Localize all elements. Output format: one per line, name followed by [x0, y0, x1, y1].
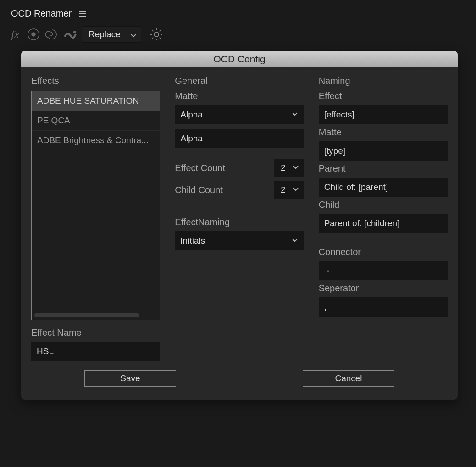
effect-naming-label: EffectNaming: [175, 217, 304, 228]
panel-menu-icon[interactable]: [79, 11, 86, 17]
naming-effect-label: Effect: [319, 91, 448, 101]
list-item[interactable]: ADBE HUE SATURATION: [32, 91, 160, 111]
chevron-down-icon: [292, 185, 299, 195]
naming-matte-input[interactable]: [319, 141, 448, 161]
naming-separator-label: Seperator: [319, 283, 448, 294]
naming-matte-label: Matte: [319, 127, 448, 138]
general-column: General Matte Alpha Effect Count 2 Child…: [175, 76, 304, 361]
spiral-icon[interactable]: [45, 28, 59, 41]
fx-icon[interactable]: fx: [8, 28, 22, 41]
naming-separator-input[interactable]: [319, 297, 448, 317]
matte-select[interactable]: Alpha: [175, 105, 304, 124]
app-header: OCD Renamer: [0, 0, 476, 23]
app-title: OCD Renamer: [11, 8, 72, 19]
settings-icon[interactable]: [149, 28, 163, 41]
effect-name-input[interactable]: [31, 342, 160, 361]
effects-list[interactable]: ADBE HUE SATURATION PE QCA ADBE Brightne…: [31, 91, 160, 320]
matte-select-value: Alpha: [180, 110, 203, 120]
naming-child-label: Child: [319, 200, 448, 210]
horizontal-scrollbar[interactable]: [34, 313, 139, 317]
child-count-select[interactable]: 2: [274, 181, 304, 199]
naming-column: Naming Effect Matte Parent Child Connect…: [319, 76, 448, 361]
dialog-buttons: Save Cancel: [21, 365, 458, 400]
effect-naming-value: Initials: [180, 236, 205, 246]
effect-name-label: Effect Name: [31, 328, 160, 338]
matte-input[interactable]: [175, 129, 304, 148]
mode-dropdown-label: Replace: [89, 29, 121, 39]
naming-effect-input[interactable]: [319, 105, 448, 124]
effect-count-value: 2: [281, 163, 286, 173]
svg-point-1: [32, 33, 35, 36]
naming-label: Naming: [319, 76, 448, 86]
chevron-down-icon: [292, 163, 299, 173]
child-count-value: 2: [281, 185, 286, 195]
toolbar: fx Replace: [0, 23, 476, 51]
svg-point-3: [154, 32, 159, 37]
path-icon[interactable]: [63, 28, 77, 41]
layer-icon[interactable]: [27, 28, 40, 41]
save-button[interactable]: Save: [84, 370, 176, 387]
effects-column: Effects ADBE HUE SATURATION PE QCA ADBE …: [31, 76, 160, 361]
effect-naming-select[interactable]: Initials: [175, 231, 304, 250]
chevron-down-icon: [291, 110, 299, 120]
naming-child-input[interactable]: [319, 214, 448, 233]
cancel-button[interactable]: Cancel: [303, 370, 394, 387]
naming-parent-input[interactable]: [319, 178, 448, 197]
list-item[interactable]: PE QCA: [32, 111, 160, 131]
chevron-down-icon: [130, 31, 136, 38]
effect-count-select[interactable]: 2: [274, 159, 304, 177]
naming-connector-input[interactable]: [319, 261, 448, 280]
effects-label: Effects: [31, 76, 160, 86]
naming-parent-label: Parent: [319, 163, 448, 174]
config-dialog: OCD Config Effects ADBE HUE SATURATION P…: [21, 51, 458, 400]
naming-connector-label: Connector: [319, 247, 448, 257]
list-item[interactable]: ADBE Brightness & Contra...: [32, 131, 160, 150]
chevron-down-icon: [291, 236, 299, 246]
dialog-title: OCD Config: [21, 51, 458, 67]
svg-point-2: [73, 31, 76, 33]
child-count-label: Child Count: [175, 185, 223, 195]
mode-dropdown[interactable]: Replace: [82, 26, 141, 43]
matte-label: Matte: [175, 91, 304, 101]
general-label: General: [175, 76, 304, 86]
effect-count-label: Effect Count: [175, 163, 225, 173]
